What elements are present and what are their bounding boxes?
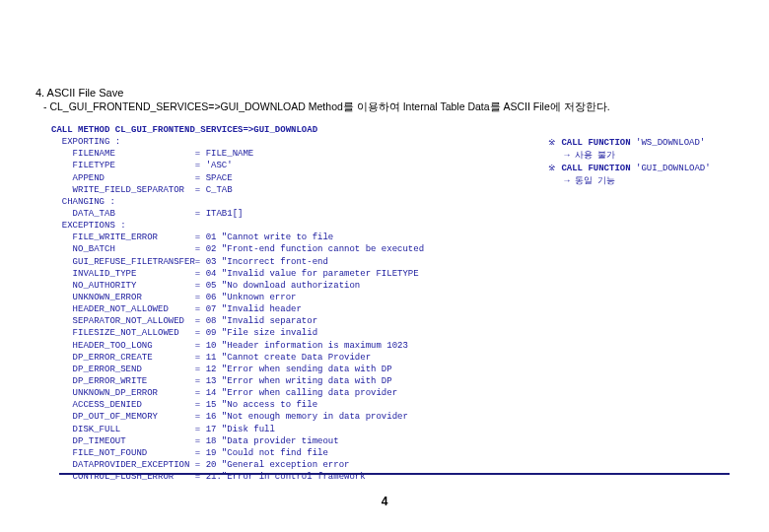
section-subheading: - CL_GUI_FRONTEND_SERVICES=>GUI_DOWNLOAD… [43, 100, 759, 114]
side-note: ※ CALL FUNCTION 'WS_DOWNLOAD' → 사용 불가 ※ … [548, 137, 711, 188]
section-heading: 4. ASCII File Save [35, 87, 759, 99]
page-number: 4 [0, 495, 769, 508]
footer-divider [59, 473, 730, 475]
